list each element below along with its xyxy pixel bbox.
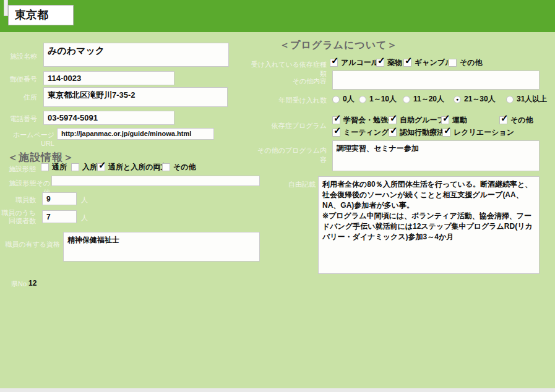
prefecture-box: 東京都 [8, 5, 74, 25]
recovered-staff-input[interactable]: 7 [42, 210, 77, 223]
bottom-strip [0, 388, 555, 392]
staff-count-input[interactable]: 9 [42, 192, 77, 205]
program-other-input[interactable]: 調理実習、セミナー参加 [332, 140, 540, 171]
checkbox-facility-type-nyusho[interactable]: 入所 [71, 162, 97, 173]
checkbox-label: 薬物 [387, 58, 402, 68]
header-bar [0, 0, 555, 32]
checkbox-icon: ✓ [330, 59, 338, 67]
checkbox-label: 認知行動療法 [400, 127, 444, 138]
checkbox-label: 通所と入所の両方 [108, 162, 168, 173]
radio-annual-1-10[interactable]: 1～10人 [359, 94, 397, 104]
recovered-staff-label: 職員のうち 回復者数 [0, 209, 36, 225]
checkbox-type-gambling[interactable]: ✓ ギャンブル [403, 58, 452, 68]
pref-no-label: 県No [11, 279, 27, 289]
address-label: 住所 [0, 93, 37, 102]
facility-type-other-input[interactable] [51, 176, 260, 186]
qualification-label: 職員の有する資格 [0, 240, 60, 249]
checkbox-facility-type-both[interactable]: ✓ 通所と入所の両方 [97, 162, 168, 173]
radio-label: 11～20人 [413, 94, 444, 104]
checkbox-program-cbt[interactable]: ✓ 認知行動療法 [389, 127, 444, 138]
staff-count-unit: 人 [81, 195, 88, 205]
pref-no-value: 12 [28, 279, 37, 288]
checkbox-icon [41, 163, 49, 171]
radio-icon [332, 96, 340, 103]
postal-code-input[interactable]: 114-0023 [43, 71, 174, 85]
radio-icon [403, 96, 410, 103]
checkbox-label: 入所 [82, 162, 97, 173]
radio-icon [506, 96, 514, 103]
checkbox-label: 通所 [52, 162, 67, 173]
radio-annual-0[interactable]: 0人 [332, 94, 355, 104]
checkbox-label: ギャンブル [415, 58, 452, 68]
checkbox-icon: ✓ [376, 59, 384, 67]
facility-name-input[interactable]: みのわマック [43, 43, 229, 67]
checkbox-program-study[interactable]: ✓ 学習会・勉強会 [332, 115, 395, 126]
free-text-input[interactable]: 利用者全体の80％入所団体生活を行っている。断酒継続率と、社会復帰後のソーハンが… [318, 176, 540, 274]
checkbox-type-other[interactable]: その他 [449, 58, 483, 68]
checkbox-label: 自助グループ [400, 115, 445, 126]
checkbox-program-meeting[interactable]: ✓ ミーティング [332, 127, 389, 138]
checkbox-icon: ✓ [389, 116, 397, 124]
checkbox-facility-type-other[interactable]: その他 [162, 162, 196, 173]
program-other-label: その他のプログラム内容 [252, 146, 327, 164]
checkbox-program-selfhelp[interactable]: ✓ 自助グループ [389, 115, 445, 126]
checkbox-icon: ✓ [332, 129, 340, 137]
radio-annual-11-20[interactable]: 11～20人 [403, 94, 444, 104]
free-text-label: 自由記載 [267, 180, 316, 189]
checkbox-type-drug[interactable]: ✓ 薬物 [376, 58, 402, 68]
checkbox-label: ミーティング [343, 127, 389, 138]
checkbox-icon: ✓ [97, 163, 105, 171]
header-notch [4, 0, 8, 16]
phone-label: 電話番号 [0, 114, 37, 124]
checkbox-icon: ✓ [442, 129, 450, 137]
homepage-url-label: ホームページURL [0, 130, 54, 147]
checkbox-type-alcohol[interactable]: ✓ アルコール [330, 58, 379, 68]
radio-annual-21-30[interactable]: ● 21～30人 [454, 94, 496, 104]
checkbox-facility-type-tsusho[interactable]: 通所 [41, 162, 67, 173]
checkbox-program-recreation[interactable]: ✓ レクリエーション [442, 127, 514, 138]
address-input[interactable]: 東京都北区滝野川7-35-2 [43, 87, 228, 107]
radio-label: 0人 [343, 94, 355, 104]
checkbox-icon [71, 163, 79, 171]
types-other-input[interactable] [332, 70, 540, 90]
facility-type-label: 施設形態 [0, 164, 36, 174]
facility-name-label: 施設名称 [0, 52, 37, 61]
radio-label: 1～10人 [369, 94, 397, 104]
checkbox-label: 学習会・勉強会 [343, 115, 395, 126]
checkbox-label: その他 [460, 58, 483, 68]
checkbox-label: レクリエーション [454, 127, 514, 138]
checkbox-icon: ✓ [499, 116, 507, 124]
checkbox-icon: ✓ [389, 129, 397, 137]
homepage-url-input[interactable]: http://japanmac.or.jp/guide/minowa.html [57, 128, 214, 140]
recovered-staff-unit: 人 [81, 213, 88, 223]
form-page: 東京都 施設名称 みのわマック 郵便番号 114-0023 住所 東京都北区滝野… [0, 0, 555, 392]
program-section-title: ＜プログラムについて＞ [280, 39, 397, 52]
postal-code-label: 郵便番号 [0, 75, 37, 84]
checkbox-label: その他 [173, 162, 196, 173]
radio-label: 21～30人 [464, 94, 496, 104]
phone-input[interactable]: 03-5974-5091 [43, 111, 174, 125]
checkbox-icon: ✓ [403, 59, 411, 67]
addiction-program-label: 依存症プログラム [265, 121, 327, 130]
checkbox-label: 運動 [452, 115, 467, 126]
staff-count-label: 職員数 [0, 195, 36, 205]
radio-label: 31人以上 [517, 94, 547, 104]
checkbox-label: その他 [510, 115, 533, 126]
qualification-input[interactable]: 精神保健福祉士 [63, 232, 260, 262]
checkbox-icon: ✓ [441, 116, 449, 124]
checkbox-icon [162, 163, 170, 171]
checkbox-program-exercise[interactable]: ✓ 運動 [441, 115, 467, 126]
checkbox-program-other[interactable]: ✓ その他 [499, 115, 533, 126]
annual-intake-label: 年間受け入れ数 [265, 96, 327, 105]
checkbox-icon: ✓ [332, 116, 340, 124]
radio-icon [359, 96, 366, 103]
types-other-label: その他内容 [265, 77, 327, 86]
checkbox-label: アルコール [341, 58, 379, 68]
addiction-types-label: 受け入れている依存症種類 [245, 60, 327, 79]
radio-icon: ● [454, 96, 461, 103]
checkbox-icon [449, 59, 457, 67]
radio-annual-31plus[interactable]: 31人以上 [506, 94, 547, 104]
